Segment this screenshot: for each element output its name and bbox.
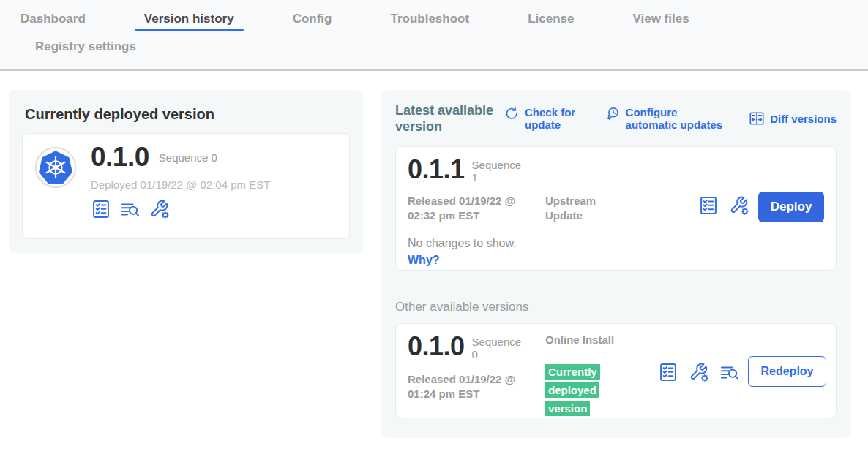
deployed-version-number: 0.1.0 (91, 143, 149, 172)
other-versions-title: Other available versions (395, 300, 837, 314)
tab-config[interactable]: Config (293, 12, 332, 35)
edit-config-icon[interactable] (689, 362, 709, 382)
other-version-number: 0.1.0 (408, 333, 465, 361)
top-nav: Dashboard Version history Config Trouble… (0, 0, 868, 71)
edit-config-icon[interactable] (149, 199, 170, 219)
latest-released-timestamp: Released 01/19/22 @ 02:32 pm EST (408, 194, 541, 222)
available-versions-panel: Latest available version Check for updat… (381, 90, 851, 438)
deployed-panel-title: Currently deployed version (25, 106, 350, 123)
latest-version-card: 0.1.1 Sequence 1 Released 01/19/22 @ 02:… (395, 146, 837, 271)
check-for-update-link[interactable]: Check for update (504, 106, 585, 132)
why-link[interactable]: Why? (408, 254, 440, 267)
refresh-icon (504, 106, 520, 122)
auto-update-icon (605, 106, 621, 122)
latest-version-number: 0.1.1 (408, 156, 465, 184)
diff-icon (749, 110, 765, 127)
check-for-update-label: Check for update (525, 106, 585, 132)
other-released-timestamp: Released 01/19/22 @ 01:24 pm EST (408, 372, 541, 401)
diff-versions-link[interactable]: Diff versions (749, 106, 837, 132)
tab-troubleshoot[interactable]: Troubleshoot (390, 12, 469, 35)
deployed-timestamp: Deployed 01/19/22 @ 02:04 pm EST (91, 178, 270, 191)
preflight-checklist-icon[interactable] (91, 199, 111, 219)
latest-sequence-label: Sequence 1 (472, 159, 526, 184)
latest-source-label: Upstream Update (545, 194, 627, 222)
deployed-version-card: 0.1.0 Sequence 0 Deployed 01/19/22 @ 02:… (22, 133, 350, 239)
no-changes-text: No changes to show. (408, 237, 517, 250)
other-sequence-label: Sequence 0 (472, 336, 526, 361)
preflight-checklist-icon[interactable] (698, 195, 719, 216)
configure-automatic-updates-label: Configure automatic updates (626, 106, 730, 132)
redeploy-button[interactable]: Redeploy (748, 356, 826, 387)
other-version-card: 0.1.0 Sequence 0 Released 01/19/22 @ 01:… (395, 323, 837, 418)
kubernetes-logo-icon (34, 146, 77, 189)
latest-available-title: Latest available version (395, 103, 504, 135)
deploy-button[interactable]: Deploy (758, 192, 824, 222)
edit-config-icon[interactable] (729, 195, 749, 216)
tab-license[interactable]: License (528, 12, 574, 35)
tab-version-history[interactable]: Version history (144, 12, 234, 35)
currently-deployed-badge-text: Currently deployed version (545, 364, 600, 416)
tab-registry-settings[interactable]: Registry settings (35, 39, 136, 62)
diff-versions-label: Diff versions (770, 113, 837, 125)
view-logs-icon[interactable] (719, 362, 740, 382)
tab-view-files[interactable]: View files (632, 12, 689, 35)
configure-automatic-updates-link[interactable]: Configure automatic updates (605, 106, 730, 132)
currently-deployed-badge: Currently deployed version (545, 363, 611, 418)
tab-dashboard[interactable]: Dashboard (20, 12, 86, 35)
deployed-sequence-label: Sequence 0 (159, 151, 217, 164)
other-source-label: Online Install (545, 333, 627, 347)
main-content: Currently deployed version 0.1.0 Sequenc… (0, 71, 868, 438)
currently-deployed-panel: Currently deployed version 0.1.0 Sequenc… (9, 90, 363, 253)
nav-tabs: Dashboard Version history Config Trouble… (20, 12, 868, 35)
view-logs-icon[interactable] (120, 199, 141, 219)
preflight-checklist-icon[interactable] (658, 362, 678, 382)
